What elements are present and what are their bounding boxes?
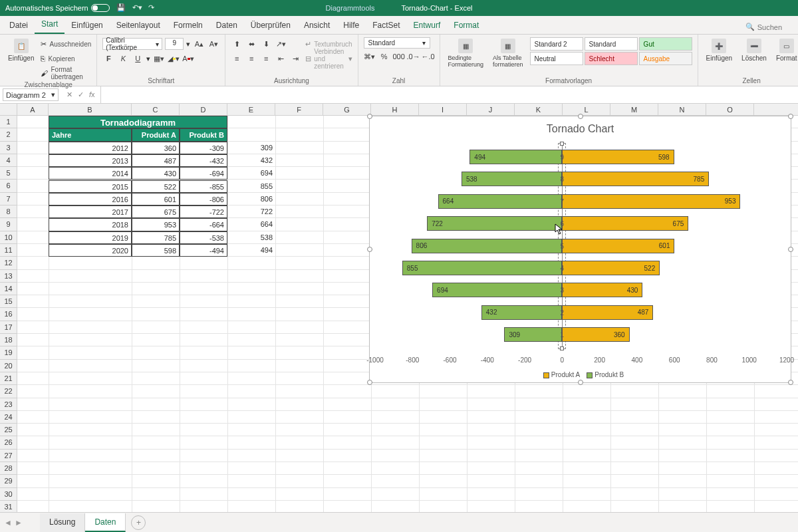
table-cell[interactable]: 785 (132, 231, 180, 244)
col-header[interactable]: K (515, 104, 563, 115)
percent-icon[interactable]: % (378, 51, 390, 63)
table-cell[interactable]: -806 (180, 193, 227, 205)
font-size-select[interactable]: 9 (165, 38, 184, 50)
border-button[interactable]: ▦▾ (153, 53, 165, 65)
row-header[interactable]: 16 (0, 308, 17, 321)
cell[interactable]: 722 (227, 205, 275, 218)
table-cell[interactable]: 2019 (49, 231, 132, 244)
cut-button[interactable]: ✂Ausschneiden (41, 37, 91, 51)
align-bottom-icon[interactable]: ⬇ (260, 38, 272, 50)
table-cell[interactable]: -432 (180, 154, 227, 167)
table-cell[interactable]: 487 (132, 154, 180, 167)
col-header[interactable]: I (419, 104, 467, 115)
row-header[interactable]: 19 (0, 346, 17, 359)
dec-decimal-icon[interactable]: ←.0 (422, 51, 434, 63)
bold-button[interactable]: F (102, 53, 114, 65)
table-cell[interactable]: 2015 (49, 180, 132, 193)
table-cell[interactable]: -722 (180, 205, 227, 218)
cell[interactable]: 538 (227, 231, 275, 244)
row-header[interactable]: 22 (0, 385, 17, 398)
row-header[interactable]: 8 (0, 205, 17, 218)
col-header[interactable]: M (610, 104, 658, 115)
col-header[interactable]: L (563, 104, 610, 115)
row-header[interactable]: 9 (0, 218, 17, 231)
row-header[interactable]: 5 (0, 167, 17, 180)
cell[interactable]: 309 (227, 142, 275, 154)
table-cell[interactable]: -694 (180, 167, 227, 180)
italic-button[interactable]: K (117, 53, 129, 65)
cell[interactable]: 494 (227, 244, 275, 257)
tab-datei[interactable]: Datei (3, 17, 35, 34)
table-cell[interactable]: 2012 (49, 142, 132, 154)
row-header[interactable]: 2 (0, 128, 17, 141)
cell-styles-gallery[interactable]: Standard 2StandardGutNeutralSchlechtAusg… (530, 37, 692, 65)
bar-produkt-a[interactable]: 953 (562, 194, 740, 209)
bar-produkt-b[interactable]: 722 (427, 216, 562, 231)
table-cell[interactable]: 2018 (49, 218, 132, 231)
fill-color-button[interactable]: ◢▾ (168, 53, 180, 65)
bar-produkt-a[interactable]: 601 (562, 239, 674, 253)
new-sheet-button[interactable]: + (131, 515, 146, 530)
table-cell[interactable]: 2013 (49, 154, 132, 167)
chart-title[interactable]: Tornado Chart (370, 123, 791, 135)
row-header[interactable]: 27 (0, 450, 17, 462)
style-cell[interactable]: Ausgabe (639, 52, 692, 65)
cell[interactable]: 806 (227, 193, 275, 205)
bar-produkt-a[interactable]: 785 (562, 172, 709, 186)
row-header[interactable]: 29 (0, 475, 17, 487)
row-header[interactable]: 11 (0, 244, 17, 257)
col-header[interactable]: O (706, 104, 754, 115)
font-color-button[interactable]: A▾ (182, 53, 194, 65)
redo-icon[interactable]: ↷ (148, 3, 158, 13)
table-header[interactable]: Produkt B (180, 128, 227, 141)
table-cell[interactable]: 598 (132, 244, 180, 257)
bar-produkt-b[interactable]: 855 (402, 261, 563, 275)
chart-object[interactable]: Tornado Chart494598953878586649537722675… (369, 116, 791, 383)
selection-handle[interactable] (578, 380, 583, 385)
style-cell[interactable]: Gut (639, 37, 692, 51)
table-header[interactable]: Jahre (49, 128, 132, 141)
comma-icon[interactable]: 000 (393, 51, 405, 63)
bar-produkt-b[interactable]: 494 (469, 150, 562, 164)
undo-icon[interactable]: ↶▾ (132, 3, 142, 13)
align-left-icon[interactable]: ≡ (231, 53, 243, 65)
tab-seitenlayout[interactable]: Seitenlayout (110, 17, 167, 34)
col-header[interactable]: E (227, 104, 275, 115)
bar-produkt-b[interactable]: 309 (504, 327, 562, 342)
copy-button[interactable]: ⎘Kopieren (41, 52, 91, 65)
row-header[interactable]: 26 (0, 436, 17, 449)
col-header[interactable]: J (467, 104, 515, 115)
table-cell[interactable]: 2017 (49, 205, 132, 218)
row-header[interactable]: 10 (0, 231, 17, 244)
tab-format[interactable]: Format (447, 17, 485, 34)
table-cell[interactable]: -309 (180, 142, 227, 154)
underline-button[interactable]: U (132, 53, 144, 65)
orientation-icon[interactable]: ↗▾ (275, 38, 287, 50)
row-header[interactable]: 15 (0, 295, 17, 308)
table-cell[interactable]: -494 (180, 244, 227, 257)
selection-handle[interactable] (788, 380, 793, 385)
style-cell[interactable]: Standard (585, 37, 638, 51)
selection-handle[interactable] (367, 380, 372, 385)
row-header[interactable]: 23 (0, 398, 17, 411)
row-header[interactable]: 30 (0, 488, 17, 501)
decrease-font-icon[interactable]: A▾ (207, 38, 219, 50)
table-cell[interactable]: -855 (180, 180, 227, 193)
table-cell[interactable]: 2020 (49, 244, 132, 257)
selection-handle[interactable] (788, 247, 793, 252)
align-right-icon[interactable]: ≡ (260, 53, 272, 65)
col-header[interactable]: B (49, 104, 132, 115)
table-cell[interactable]: 2016 (49, 193, 132, 205)
row-header[interactable]: 13 (0, 270, 17, 283)
save-icon[interactable]: 💾 (116, 3, 126, 13)
search-input[interactable]: Suchen (743, 20, 785, 34)
next-sheet-icon[interactable]: ► (15, 518, 23, 527)
prev-sheet-icon[interactable]: ◄ (4, 518, 12, 527)
chart-legend[interactable]: Produkt AProdukt B (370, 371, 791, 378)
tab-formeln[interactable]: Formeln (167, 17, 209, 34)
row-header[interactable]: 6 (0, 180, 17, 192)
table-title[interactable]: Tornadodiagramm (49, 116, 227, 128)
number-format-select[interactable]: Standard▾ (364, 37, 430, 49)
col-header[interactable]: N (658, 104, 706, 115)
row-header[interactable]: 24 (0, 411, 17, 424)
